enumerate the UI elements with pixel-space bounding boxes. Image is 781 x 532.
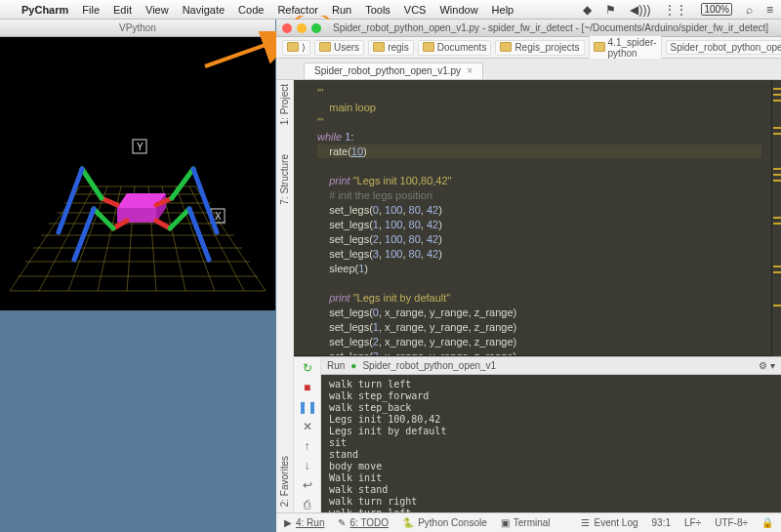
window-minimize-icon[interactable]: [297, 23, 307, 33]
pycharm-window: Spider_robot_python_open_v1.py - spider_…: [276, 20, 781, 532]
window-zoom-icon[interactable]: [311, 23, 321, 33]
lock-icon[interactable]: 🔒: [761, 517, 773, 528]
tool-window-structure[interactable]: 7: Structure: [279, 154, 290, 205]
folder-icon: [500, 42, 512, 54]
navigation-toolbar: ⟩ Users regis Documents Regis_projects 4…: [276, 37, 781, 59]
run-tool-window: ↻ ■ ❚❚ ✕ ↑ ↓ ↩ ⎙ ⌫ ⚲ Run ● Spider_robot_…: [294, 356, 781, 512]
battery-indicator[interactable]: 100%: [701, 3, 732, 16]
menu-run[interactable]: Run: [332, 4, 351, 16]
folder-icon: [319, 42, 331, 54]
wifi-icon[interactable]: ⋮⋮: [664, 3, 687, 17]
tab-label: Spider_robot_python_open_v1.py: [314, 65, 461, 76]
menu-vcs[interactable]: VCS: [404, 4, 427, 16]
folder-icon: [373, 42, 385, 54]
folder-icon: [594, 42, 605, 54]
svg-line-36: [189, 209, 209, 260]
up-icon[interactable]: ↑: [305, 439, 310, 453]
line-separator[interactable]: LF÷: [684, 517, 701, 528]
notification-icon[interactable]: ≡: [766, 3, 773, 17]
tab-close-icon[interactable]: ×: [467, 65, 473, 76]
file-encoding[interactable]: UTF-8÷: [715, 517, 748, 528]
menu-view[interactable]: View: [145, 4, 169, 16]
run-tool-prefix: Run: [327, 360, 345, 371]
menu-edit[interactable]: Edit: [113, 4, 132, 16]
close-icon[interactable]: ✕: [303, 420, 312, 433]
bottom-tool-bar: ▶ 4: Run ✎ 6: TODO 🐍 Python Console ▣ Te…: [276, 512, 781, 532]
dropbox-icon[interactable]: ◆: [583, 3, 592, 17]
menu-refactor[interactable]: Refactor: [277, 4, 318, 16]
vpython-canvas[interactable]: Y X: [0, 37, 275, 310]
menu-help[interactable]: Help: [492, 4, 514, 16]
code-editor[interactable]: ''' main loop ''' while 1: rate(10) prin…: [294, 80, 771, 356]
bottom-python-console[interactable]: 🐍 Python Console: [402, 517, 487, 528]
breadcrumb-file[interactable]: Spider_robot_python_open_v1: [666, 40, 781, 55]
menu-file[interactable]: File: [82, 4, 100, 16]
run-status-icon: ●: [350, 360, 356, 371]
spotlight-icon[interactable]: ⌕: [746, 3, 753, 17]
folder-icon: [287, 42, 299, 54]
menu-code[interactable]: Code: [238, 4, 264, 16]
run-toolbar: ↻ ■ ❚❚ ✕ ↑ ↓ ↩ ⎙ ⌫ ⚲: [294, 357, 321, 512]
pycharm-titlebar[interactable]: Spider_robot_python_open_v1.py - spider_…: [276, 20, 781, 37]
svg-line-12: [68, 186, 107, 291]
svg-line-25: [102, 198, 117, 205]
menu-navigate[interactable]: Navigate: [183, 4, 225, 16]
window-title: Spider_robot_python_open_v1.py - spider_…: [333, 22, 775, 33]
svg-line-35: [74, 209, 94, 260]
window-close-icon[interactable]: [282, 23, 292, 33]
svg-line-29: [82, 169, 102, 198]
svg-line-17: [176, 186, 215, 291]
editor-tabs: Spider_robot_python_open_v1.py ×: [276, 59, 781, 80]
menu-app-name[interactable]: PyCharm: [21, 4, 68, 16]
svg-line-30: [172, 169, 193, 198]
svg-line-11: [39, 186, 94, 291]
breadcrumb-spider-python[interactable]: 4.1_spider-python: [589, 35, 662, 61]
traffic-lights[interactable]: [282, 23, 321, 33]
stop-icon[interactable]: ■: [304, 381, 310, 394]
axis-y-label: Y: [137, 142, 144, 152]
svg-line-18: [189, 186, 244, 291]
vpython-scene: Y X: [0, 37, 275, 310]
breadcrumb-regis-projects[interactable]: Regis_projects: [495, 40, 584, 56]
error-stripe[interactable]: [771, 80, 781, 356]
down-icon[interactable]: ↓: [305, 459, 310, 472]
svg-line-33: [59, 169, 82, 232]
breadcrumb-documents[interactable]: Documents: [418, 40, 492, 56]
tool-window-project[interactable]: 1: Project: [279, 84, 290, 125]
breadcrumb-regis[interactable]: regis: [368, 40, 414, 56]
run-config-name: Spider_robot_python_open_v1: [362, 360, 496, 371]
print-icon[interactable]: ⎙: [304, 498, 310, 512]
bottom-run[interactable]: ▶ 4: Run: [284, 517, 324, 528]
svg-line-32: [170, 209, 189, 228]
settings-icon[interactable]: ⚙ ▾: [759, 360, 775, 371]
event-log[interactable]: ☰ Event Log: [581, 517, 637, 528]
bottom-terminal[interactable]: ▣ Terminal: [501, 517, 551, 528]
editor-tab-active[interactable]: Spider_robot_python_open_v1.py ×: [304, 62, 483, 79]
run-tool-title[interactable]: Run ● Spider_robot_python_open_v1 ⚙ ▾: [321, 357, 781, 375]
cursor-position: 93:1: [652, 517, 671, 528]
folder-icon: [423, 42, 434, 54]
bottom-todo[interactable]: ✎ 6: TODO: [338, 517, 389, 528]
rerun-icon[interactable]: ↻: [303, 361, 312, 375]
menu-window[interactable]: Window: [439, 4, 477, 16]
menu-tools[interactable]: Tools: [365, 4, 390, 16]
svg-line-31: [94, 209, 113, 228]
tool-window-favorites[interactable]: 2: Favorites: [279, 456, 290, 507]
axis-x-label: X: [215, 211, 222, 222]
pause-icon[interactable]: ❚❚: [298, 400, 317, 414]
volume-icon[interactable]: ◀))): [630, 3, 650, 17]
soft-wrap-icon[interactable]: ↩: [303, 478, 312, 492]
breadcrumb-users[interactable]: Users: [314, 40, 364, 56]
run-console-output[interactable]: walk turn left walk step_forward walk st…: [321, 375, 781, 512]
bluetooth-icon[interactable]: ⚑: [605, 3, 616, 17]
tool-window-left-bar: 1: Project 7: Structure 2: Favorites: [276, 80, 294, 512]
mac-menubar: PyCharm File Edit View Navigate Code Ref…: [0, 0, 781, 20]
nav-home[interactable]: ⟩: [282, 40, 310, 56]
